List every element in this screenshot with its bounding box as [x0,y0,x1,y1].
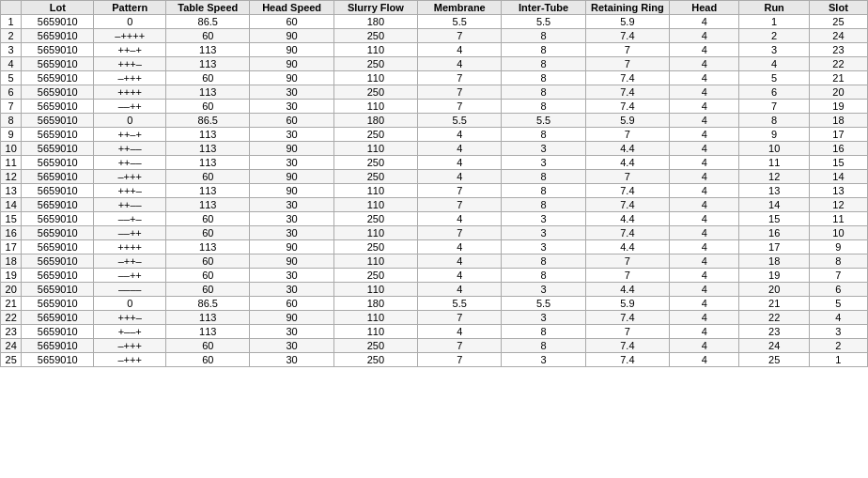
cell-row22-col6: 7 [418,311,502,325]
cell-row12-col0: 12 [1,170,22,184]
cell-row16-col2: ––++ [94,226,166,240]
table-row: 25659010–++++6090250787.44224 [1,29,868,43]
cell-row11-col4: 30 [250,156,333,170]
cell-row14-col6: 7 [418,198,502,212]
cell-row19-col5: 250 [333,269,417,283]
cell-row9-col4: 30 [250,128,333,142]
table-row: 185659010–++–60901104874188 [1,254,868,269]
cell-row12-col5: 250 [333,170,417,184]
cell-row16-col5: 110 [333,226,417,240]
col-header-pattern: Pattern [94,1,166,15]
cell-row19-col11: 7 [809,269,867,283]
cell-row7-col9: 4 [670,100,739,114]
cell-row13-col4: 90 [250,184,333,198]
cell-row5-col7: 8 [502,71,585,85]
cell-row17-col6: 4 [418,240,502,254]
cell-row13-col7: 8 [502,184,585,198]
cell-row16-col9: 4 [670,226,739,240]
cell-row24-col7: 8 [502,339,585,353]
col-header-membrane: Membrane [418,1,502,15]
cell-row22-col0: 22 [1,311,22,325]
cell-row2-col7: 8 [502,29,585,43]
cell-row4-col0: 4 [1,57,22,71]
cell-row1-col8: 5.9 [585,15,669,29]
cell-row6-col3: 113 [166,85,250,100]
cell-row11-col3: 113 [166,156,250,170]
cell-row3-col1: 5659010 [22,43,94,57]
cell-row14-col5: 110 [333,198,417,212]
cell-row9-col0: 9 [1,128,22,142]
cell-row15-col10: 15 [739,212,809,226]
cell-row6-col9: 4 [670,85,739,100]
cell-row19-col3: 60 [166,269,250,283]
cell-row12-col9: 4 [670,170,739,184]
col-header-lot: Lot [22,1,94,15]
cell-row16-col4: 30 [250,226,333,240]
cell-row21-col10: 21 [739,297,809,311]
cell-row11-col8: 4.4 [585,156,669,170]
cell-row12-col10: 12 [739,170,809,184]
cell-row5-col5: 110 [333,71,417,85]
table-row: 115659010++––11330250434.441115 [1,156,868,170]
cell-row24-col6: 7 [418,339,502,353]
cell-row25-col8: 7.4 [585,353,669,367]
cell-row14-col2: ++–– [94,198,166,212]
cell-row12-col6: 4 [418,170,502,184]
cell-row25-col4: 30 [250,353,333,367]
cell-row9-col5: 250 [333,128,417,142]
cell-row24-col9: 4 [670,339,739,353]
cell-row10-col6: 4 [418,142,502,156]
cell-row22-col7: 3 [502,311,585,325]
cell-row22-col2: +++– [94,311,166,325]
cell-row13-col9: 4 [670,184,739,198]
cell-row24-col2: –+++ [94,339,166,353]
table-row: 85659010086.5601805.55.55.94818 [1,114,868,128]
cell-row2-col3: 60 [166,29,250,43]
cell-row7-col7: 8 [502,100,585,114]
cell-row12-col7: 8 [502,170,585,184]
table-row: 15659010086.5601805.55.55.94125 [1,15,868,29]
cell-row18-col6: 4 [418,254,502,269]
cell-row22-col4: 90 [250,311,333,325]
cell-row13-col1: 5659010 [22,184,94,198]
cell-row4-col6: 4 [418,57,502,71]
cell-row4-col7: 8 [502,57,585,71]
cell-row1-col5: 180 [333,15,417,29]
cell-row10-col0: 10 [1,142,22,156]
cell-row21-col5: 180 [333,297,417,311]
cell-row14-col1: 5659010 [22,198,94,212]
cell-row22-col1: 5659010 [22,311,94,325]
cell-row19-col10: 19 [739,269,809,283]
table-row: 165659010––++6030110737.441610 [1,226,868,240]
cell-row9-col2: ++–+ [94,128,166,142]
cell-row5-col0: 5 [1,71,22,85]
cell-row20-col0: 20 [1,283,22,297]
cell-row20-col1: 5659010 [22,283,94,297]
cell-row25-col5: 250 [333,353,417,367]
cell-row13-col8: 7.4 [585,184,669,198]
cell-row22-col5: 110 [333,311,417,325]
cell-row17-col7: 3 [502,240,585,254]
cell-row14-col11: 12 [809,198,867,212]
cell-row25-col10: 25 [739,353,809,367]
cell-row8-col4: 60 [250,114,333,128]
cell-row3-col5: 110 [333,43,417,57]
cell-row6-col7: 8 [502,85,585,100]
cell-row21-col2: 0 [94,297,166,311]
cell-row23-col2: +––+ [94,325,166,339]
cell-row18-col8: 7 [585,254,669,269]
cell-row20-col4: 30 [250,283,333,297]
cell-row14-col10: 14 [739,198,809,212]
cell-row25-col2: –+++ [94,353,166,367]
cell-row2-col6: 7 [418,29,502,43]
cell-row17-col3: 113 [166,240,250,254]
cell-row19-col2: ––++ [94,269,166,283]
cell-row15-col5: 250 [333,212,417,226]
cell-row5-col4: 90 [250,71,333,85]
table-row: 255659010–+++6030250737.44251 [1,353,868,367]
cell-row9-col7: 8 [502,128,585,142]
cell-row7-col3: 60 [166,100,250,114]
cell-row14-col0: 14 [1,198,22,212]
cell-row23-col10: 23 [739,325,809,339]
cell-row25-col0: 25 [1,353,22,367]
